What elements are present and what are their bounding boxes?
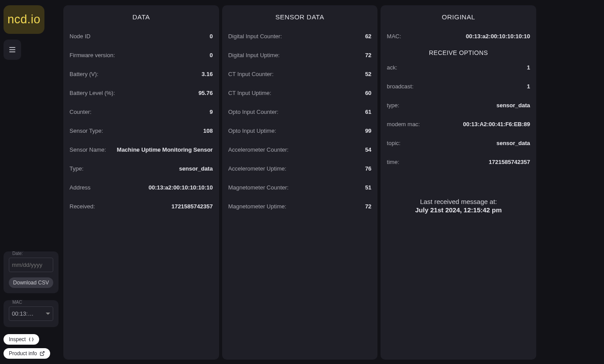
date-label: Date: [11,251,24,256]
sidebar: ncd.io Date: Download CSV MAC 00:13:… In… [4,5,59,359]
date-box: Date: Download CSV [4,251,59,293]
receive-row: time:1721585742357 [387,153,530,171]
last-message: Last received message at: July 21st 2024… [387,198,530,214]
panel-original: ORIGINAL MAC:00:13:a2:00:10:10:10:10 REC… [381,5,536,360]
data-row: Firmware version:0 [70,46,213,65]
data-row: Counter:9 [70,102,213,121]
sensor-row: Digital Input Counter:62 [228,27,372,46]
data-row: Battery (V):3.16 [70,65,213,84]
panel-data: DATA Node ID0 Firmware version:0 Battery… [63,5,219,360]
original-row: MAC:00:13:a2:00:10:10:10:10 [387,27,530,46]
data-row: Node ID0 [70,27,213,46]
code-braces-icon [29,337,34,342]
data-row: Address00:13:a2:00:10:10:10:10 [70,178,213,197]
data-row: Received:1721585742357 [70,197,213,216]
mac-select-value: 00:13:… [12,310,33,317]
menu-icon [8,45,17,54]
data-row: Type:sensor_data [70,159,213,178]
sensor-row: Opto Input Counter:61 [228,102,372,121]
open-external-icon [40,351,45,356]
sensor-row: Magnetometer Uptime:72 [228,197,372,216]
product-info-button[interactable]: Product info [4,348,50,359]
main: DATA Node ID0 Firmware version:0 Battery… [63,5,536,360]
receive-row: ack:1 [387,58,530,77]
inspect-label: Inspect [9,336,26,342]
receive-row: broadcast:1 [387,77,530,96]
data-row: Sensor Name:Machine Uptime Monitoring Se… [70,140,213,159]
data-row: Sensor Type:108 [70,121,213,140]
receive-row: type:sensor_data [387,96,530,115]
sensor-row: Opto Input Uptime:99 [228,121,372,140]
sensor-row: CT Input Uptime:60 [228,84,372,102]
mac-label: MAC [11,300,23,305]
receive-options-title: RECEIVE OPTIONS [387,49,530,56]
date-input[interactable] [9,258,53,272]
sensor-row: Digital Input Uptime:72 [228,46,372,65]
logo: ncd.io [4,5,44,34]
mac-box: MAC 00:13:… [4,300,59,327]
sensor-row: Accelerometer Uptime:76 [228,159,372,178]
receive-row: modem mac:00:13:A2:00:41:F6:EB:89 [387,115,530,134]
panel-data-title: DATA [70,13,213,21]
panel-original-title: ORIGINAL [387,13,530,21]
sensor-row: Accelerometer Counter:54 [228,140,372,159]
download-csv-button[interactable]: Download CSV [9,277,53,288]
data-row: Battery Level (%):95.76 [70,84,213,102]
sensor-row: CT Input Counter:52 [228,65,372,84]
sensor-row: Magnetometer Counter:51 [228,178,372,197]
last-message-label: Last received message at: [387,198,530,205]
last-message-value: July 21st 2024, 12:15:42 pm [387,206,530,214]
receive-row: topic:sensor_data [387,134,530,153]
inspect-button[interactable]: Inspect [4,334,39,345]
chevron-down-icon [46,313,50,315]
svg-line-3 [42,352,44,354]
menu-button[interactable] [4,40,21,60]
panel-sensor-title: SENSOR DATA [228,13,372,21]
product-info-label: Product info [9,350,37,357]
mac-select[interactable]: 00:13:… [9,306,53,321]
panel-sensor: SENSOR DATA Digital Input Counter:62 Dig… [222,5,378,360]
